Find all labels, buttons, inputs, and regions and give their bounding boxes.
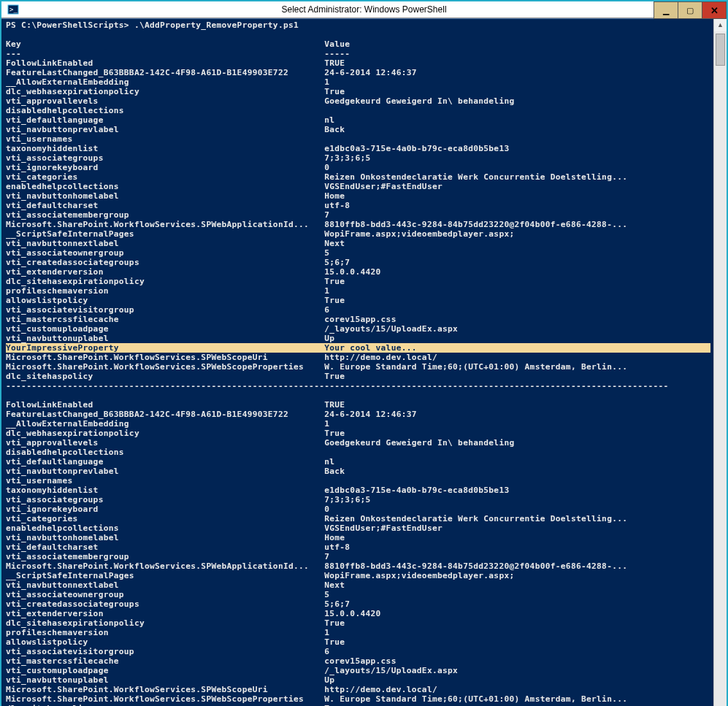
terminal-output[interactable]: PS C:\PowerShellScripts> .\AddProperty_R… <box>1 19 713 706</box>
maximize-button[interactable]: ▢ <box>678 1 702 19</box>
close-button[interactable]: ✕ <box>702 1 727 19</box>
window-title: Select Administrator: Windows PowerShell <box>1 4 727 15</box>
titlebar[interactable]: >_ Select Administrator: Windows PowerSh… <box>1 1 727 18</box>
window-controls: ▁ ▢ ✕ <box>654 1 727 18</box>
scroll-up-button[interactable]: ▲ <box>714 19 727 31</box>
vertical-scrollbar[interactable]: ▲ ▼ <box>713 19 727 706</box>
client-area: PS C:\PowerShellScripts> .\AddProperty_R… <box>1 18 727 706</box>
scroll-thumb[interactable] <box>716 34 725 66</box>
svg-text:>_: >_ <box>9 6 18 13</box>
powershell-window: >_ Select Administrator: Windows PowerSh… <box>0 0 728 706</box>
minimize-button[interactable]: ▁ <box>654 1 678 19</box>
app-icon: >_ <box>6 2 20 17</box>
